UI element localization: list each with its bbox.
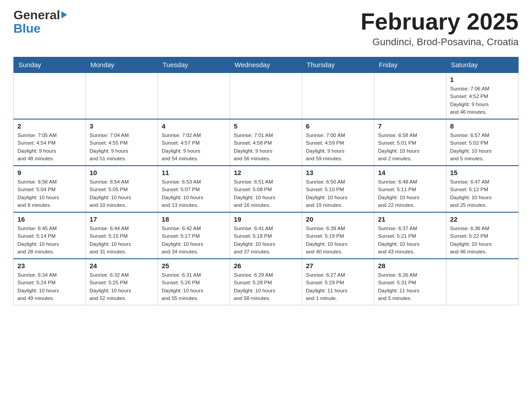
title-section: February 2025 Gundinci, Brod-Posavina, C… bbox=[360, 9, 519, 48]
day-number: 8 bbox=[450, 122, 515, 130]
calendar-day-cell bbox=[446, 259, 519, 305]
calendar-day-cell bbox=[302, 73, 374, 119]
day-number: 17 bbox=[90, 215, 154, 223]
header-friday: Friday bbox=[374, 57, 446, 73]
calendar-day-cell: 7Sunrise: 6:58 AMSunset: 5:01 PMDaylight… bbox=[374, 119, 446, 166]
day-number: 26 bbox=[234, 262, 298, 270]
logo: General Blue bbox=[13, 9, 67, 35]
day-number: 25 bbox=[162, 262, 226, 270]
calendar-day-cell: 10Sunrise: 6:54 AMSunset: 5:05 PMDayligh… bbox=[86, 166, 158, 212]
day-number: 19 bbox=[234, 215, 298, 223]
day-number: 28 bbox=[378, 262, 442, 270]
day-number: 4 bbox=[162, 122, 226, 130]
day-info: Sunrise: 7:04 AMSunset: 4:55 PMDaylight:… bbox=[90, 132, 154, 163]
day-info: Sunrise: 7:01 AMSunset: 4:58 PMDaylight:… bbox=[234, 132, 298, 163]
day-number: 24 bbox=[90, 262, 154, 270]
calendar-day-cell: 6Sunrise: 7:00 AMSunset: 4:59 PMDaylight… bbox=[302, 119, 374, 166]
header-saturday: Saturday bbox=[446, 57, 519, 73]
calendar-day-cell: 17Sunrise: 6:44 AMSunset: 5:15 PMDayligh… bbox=[86, 212, 158, 259]
day-number: 12 bbox=[234, 169, 298, 176]
calendar-day-cell: 11Sunrise: 6:53 AMSunset: 5:07 PMDayligh… bbox=[158, 166, 230, 212]
day-info: Sunrise: 7:00 AMSunset: 4:59 PMDaylight:… bbox=[306, 132, 370, 163]
day-number: 22 bbox=[450, 215, 515, 223]
day-number: 23 bbox=[17, 262, 82, 270]
day-info: Sunrise: 6:51 AMSunset: 5:08 PMDaylight:… bbox=[234, 178, 298, 209]
calendar-day-cell: 9Sunrise: 6:56 AMSunset: 5:04 PMDaylight… bbox=[14, 166, 86, 212]
calendar-day-cell: 23Sunrise: 6:34 AMSunset: 5:24 PMDayligh… bbox=[14, 259, 86, 305]
day-info: Sunrise: 6:53 AMSunset: 5:07 PMDaylight:… bbox=[162, 178, 226, 209]
day-number: 20 bbox=[306, 215, 370, 223]
day-info: Sunrise: 6:47 AMSunset: 5:12 PMDaylight:… bbox=[450, 178, 515, 209]
day-number: 11 bbox=[162, 169, 226, 176]
day-info: Sunrise: 6:37 AMSunset: 5:21 PMDaylight:… bbox=[378, 225, 442, 256]
day-info: Sunrise: 6:44 AMSunset: 5:15 PMDaylight:… bbox=[90, 225, 154, 256]
day-info: Sunrise: 6:50 AMSunset: 5:10 PMDaylight:… bbox=[306, 178, 370, 209]
day-info: Sunrise: 6:41 AMSunset: 5:18 PMDaylight:… bbox=[234, 225, 298, 256]
calendar-day-cell bbox=[14, 73, 86, 119]
calendar-day-cell bbox=[86, 73, 158, 119]
day-number: 2 bbox=[17, 122, 82, 130]
day-info: Sunrise: 7:06 AMSunset: 4:52 PMDaylight:… bbox=[450, 85, 515, 116]
day-info: Sunrise: 6:34 AMSunset: 5:24 PMDaylight:… bbox=[17, 271, 82, 302]
calendar-day-cell: 26Sunrise: 6:29 AMSunset: 5:28 PMDayligh… bbox=[230, 259, 302, 305]
day-info: Sunrise: 6:57 AMSunset: 5:02 PMDaylight:… bbox=[450, 132, 515, 163]
calendar-day-cell: 18Sunrise: 6:42 AMSunset: 5:17 PMDayligh… bbox=[158, 212, 230, 259]
calendar-day-cell: 1Sunrise: 7:06 AMSunset: 4:52 PMDaylight… bbox=[446, 73, 519, 119]
calendar-day-cell: 19Sunrise: 6:41 AMSunset: 5:18 PMDayligh… bbox=[230, 212, 302, 259]
logo-triangle-icon bbox=[61, 11, 67, 18]
calendar-day-cell: 12Sunrise: 6:51 AMSunset: 5:08 PMDayligh… bbox=[230, 166, 302, 212]
header-wednesday: Wednesday bbox=[230, 57, 302, 73]
calendar-day-cell: 2Sunrise: 7:05 AMSunset: 4:54 PMDaylight… bbox=[14, 119, 86, 166]
calendar-day-cell: 28Sunrise: 6:26 AMSunset: 5:31 PMDayligh… bbox=[374, 259, 446, 305]
calendar-day-cell: 14Sunrise: 6:48 AMSunset: 5:11 PMDayligh… bbox=[374, 166, 446, 212]
day-number: 7 bbox=[378, 122, 442, 130]
calendar-day-cell: 24Sunrise: 6:32 AMSunset: 5:25 PMDayligh… bbox=[86, 259, 158, 305]
header-sunday: Sunday bbox=[14, 57, 86, 73]
day-info: Sunrise: 6:32 AMSunset: 5:25 PMDaylight:… bbox=[90, 271, 154, 302]
day-number: 14 bbox=[378, 169, 442, 176]
day-number: 13 bbox=[306, 169, 370, 176]
calendar-day-cell bbox=[230, 73, 302, 119]
calendar-day-cell: 15Sunrise: 6:47 AMSunset: 5:12 PMDayligh… bbox=[446, 166, 519, 212]
day-number: 10 bbox=[90, 169, 154, 176]
calendar-day-cell: 8Sunrise: 6:57 AMSunset: 5:02 PMDaylight… bbox=[446, 119, 519, 166]
day-info: Sunrise: 6:26 AMSunset: 5:31 PMDaylight:… bbox=[378, 271, 442, 302]
header-tuesday: Tuesday bbox=[158, 57, 230, 73]
calendar-day-cell: 5Sunrise: 7:01 AMSunset: 4:58 PMDaylight… bbox=[230, 119, 302, 166]
calendar-week-row: 9Sunrise: 6:56 AMSunset: 5:04 PMDaylight… bbox=[14, 166, 519, 212]
month-title: February 2025 bbox=[360, 9, 519, 34]
day-info: Sunrise: 6:54 AMSunset: 5:05 PMDaylight:… bbox=[90, 178, 154, 209]
day-info: Sunrise: 6:36 AMSunset: 5:22 PMDaylight:… bbox=[450, 225, 515, 256]
calendar-week-row: 2Sunrise: 7:05 AMSunset: 4:54 PMDaylight… bbox=[14, 119, 519, 166]
day-number: 16 bbox=[17, 215, 82, 223]
day-info: Sunrise: 6:45 AMSunset: 5:14 PMDaylight:… bbox=[17, 225, 82, 256]
calendar-day-cell: 4Sunrise: 7:02 AMSunset: 4:57 PMDaylight… bbox=[158, 119, 230, 166]
day-info: Sunrise: 6:31 AMSunset: 5:26 PMDaylight:… bbox=[162, 271, 226, 302]
logo-general-text: General bbox=[13, 9, 60, 21]
calendar-day-cell: 16Sunrise: 6:45 AMSunset: 5:14 PMDayligh… bbox=[14, 212, 86, 259]
page-header: General Blue February 2025 Gundinci, Bro… bbox=[13, 9, 519, 48]
day-info: Sunrise: 6:56 AMSunset: 5:04 PMDaylight:… bbox=[17, 178, 82, 209]
day-number: 21 bbox=[378, 215, 442, 223]
calendar-day-cell bbox=[158, 73, 230, 119]
calendar-week-row: 23Sunrise: 6:34 AMSunset: 5:24 PMDayligh… bbox=[14, 259, 519, 305]
day-number: 27 bbox=[306, 262, 370, 270]
logo-blue-text: Blue bbox=[13, 21, 41, 35]
day-info: Sunrise: 6:48 AMSunset: 5:11 PMDaylight:… bbox=[378, 178, 442, 209]
calendar-table: Sunday Monday Tuesday Wednesday Thursday… bbox=[13, 57, 519, 305]
day-number: 5 bbox=[234, 122, 298, 130]
day-info: Sunrise: 6:42 AMSunset: 5:17 PMDaylight:… bbox=[162, 225, 226, 256]
day-number: 18 bbox=[162, 215, 226, 223]
calendar-day-cell: 13Sunrise: 6:50 AMSunset: 5:10 PMDayligh… bbox=[302, 166, 374, 212]
day-info: Sunrise: 7:02 AMSunset: 4:57 PMDaylight:… bbox=[162, 132, 226, 163]
calendar-day-cell: 27Sunrise: 6:27 AMSunset: 5:29 PMDayligh… bbox=[302, 259, 374, 305]
day-info: Sunrise: 6:27 AMSunset: 5:29 PMDaylight:… bbox=[306, 271, 370, 302]
header-monday: Monday bbox=[86, 57, 158, 73]
calendar-day-cell: 22Sunrise: 6:36 AMSunset: 5:22 PMDayligh… bbox=[446, 212, 519, 259]
header-thursday: Thursday bbox=[302, 57, 374, 73]
day-number: 15 bbox=[450, 169, 515, 176]
day-info: Sunrise: 7:05 AMSunset: 4:54 PMDaylight:… bbox=[17, 132, 82, 163]
day-number: 9 bbox=[17, 169, 82, 176]
calendar-day-cell: 3Sunrise: 7:04 AMSunset: 4:55 PMDaylight… bbox=[86, 119, 158, 166]
day-info: Sunrise: 6:39 AMSunset: 5:19 PMDaylight:… bbox=[306, 225, 370, 256]
